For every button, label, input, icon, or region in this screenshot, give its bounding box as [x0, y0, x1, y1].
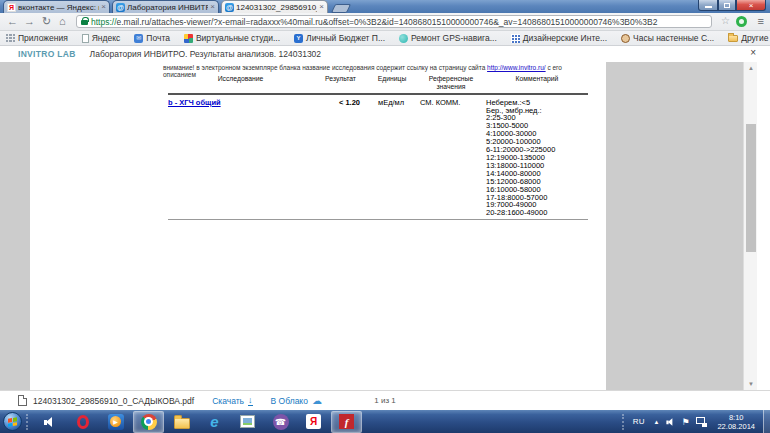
bookmark-star-icon[interactable]: ☆: [721, 15, 730, 26]
bookmark-yandex[interactable]: Яндекс: [82, 33, 121, 43]
tab-close-icon[interactable]: ×: [210, 3, 215, 11]
close-window-button[interactable]: ×: [736, 0, 766, 11]
bookmark-gps-repair[interactable]: Ремонт GPS-навига...: [399, 33, 497, 43]
header-units: Единицы: [368, 75, 416, 83]
back-icon[interactable]: ←: [7, 15, 18, 28]
taskbar-flash-button[interactable]: f: [331, 411, 362, 433]
taskbar-explorer-button[interactable]: [166, 411, 197, 433]
page-indicator: 1 из 1: [374, 396, 395, 405]
attachment-filename: 124031302_29856910_0_САДЫКОВА.pdf: [33, 396, 194, 406]
extension-icon[interactable]: [736, 16, 747, 27]
taskbar-yandex-button[interactable]: Я: [298, 411, 329, 433]
bookmark-label: Виртуальные студи...: [196, 33, 280, 43]
windows-flag-icon: [8, 417, 17, 426]
vertical-scrollbar[interactable]: ▲ ▼: [743, 62, 757, 390]
cloud-icon: ☁: [312, 396, 322, 406]
browser-tab-attachment-active[interactable]: @ 124031302_29856910_0_СА ×: [221, 0, 328, 13]
download-icon: ↓: [248, 396, 253, 406]
home-icon[interactable]: ⌂: [59, 15, 66, 28]
tab-close-icon[interactable]: ×: [101, 3, 106, 11]
download-button[interactable]: Скачать ↓: [212, 396, 252, 406]
language-indicator[interactable]: RU: [633, 417, 645, 426]
internet-explorer-icon: e: [210, 414, 218, 430]
mailru-favicon-icon: @: [225, 3, 234, 12]
bookmark-apps[interactable]: Приложения: [6, 33, 68, 43]
invitro-lab-brand: INVITRO LAB: [18, 49, 76, 59]
reload-icon[interactable]: ↻: [42, 15, 51, 28]
bookmark-label: Дизайнерские Инте...: [523, 33, 607, 43]
viewer-title: Лаборатория ИНВИТРО. Результаты анализов…: [90, 49, 321, 59]
media-player-icon: ▶: [108, 414, 124, 430]
scroll-down-icon[interactable]: ▼: [744, 378, 758, 390]
header-study: Исследование: [168, 75, 313, 83]
viewer-close-icon[interactable]: ×: [750, 47, 756, 58]
minimize-button[interactable]: [698, 0, 718, 11]
document-page: внимание! в электронном экземпляре бланк…: [30, 62, 606, 390]
cloud-label: В Облако: [271, 396, 308, 406]
action-center-flag-icon[interactable]: ⚑: [681, 417, 689, 427]
opera-icon: [77, 415, 89, 429]
results-table: Исследование Результат Единицы Референсн…: [168, 75, 588, 220]
show-desktop-button[interactable]: [763, 410, 770, 433]
new-tab-button[interactable]: [331, 4, 351, 13]
taskbar-opera-button[interactable]: [67, 411, 98, 433]
taskbar-volume-button[interactable]: [34, 411, 65, 433]
design-grid-icon: [511, 34, 520, 43]
reference-value: СМ. КОММ.: [416, 99, 486, 107]
apps-grid-icon: [6, 34, 15, 43]
table-header-row: Исследование Результат Единицы Референсн…: [168, 75, 588, 95]
scrollbar-thumb[interactable]: [746, 124, 756, 252]
taskbar-viber-button[interactable]: ☎: [265, 411, 296, 433]
file-icon: [18, 395, 27, 406]
start-button[interactable]: [3, 412, 22, 431]
tray-time: 8:10: [717, 413, 755, 422]
scroll-up-icon[interactable]: ▲: [744, 62, 758, 74]
bookmark-label: Почта: [146, 33, 170, 43]
bookmark-label: Ремонт GPS-навига...: [411, 33, 497, 43]
taskbar-chrome-button[interactable]: [133, 411, 164, 433]
tab-close-icon[interactable]: ×: [319, 3, 324, 11]
explorer-folder-icon: [174, 418, 190, 429]
clock-icon: [621, 34, 630, 43]
window-titlebar: Я вконтакте — Яндекс: наш × @ Лаборатори…: [0, 0, 770, 13]
taskbar-photo-viewer-button[interactable]: [232, 411, 263, 433]
bookmark-budget[interactable]: Y Личный Бюджет П...: [294, 33, 385, 43]
taskbar-internet-explorer-button[interactable]: e: [199, 411, 230, 433]
page-icon: [82, 34, 89, 43]
bookmark-label: Яндекс: [92, 33, 121, 43]
invitro-site-link[interactable]: http://www.invitro.ru/: [487, 64, 546, 71]
maximize-button[interactable]: [718, 0, 736, 11]
tray-clock[interactable]: 8:10 22.08.2014: [717, 413, 755, 431]
folder-icon: [728, 35, 738, 42]
network-icon[interactable]: [696, 417, 707, 427]
forward-icon[interactable]: →: [24, 15, 35, 28]
save-to-cloud-button[interactable]: В Облако ☁: [271, 396, 322, 406]
table-row: b - ХГЧ общий < 1.20 мЕд/мл СМ. КОММ. Не…: [168, 95, 588, 218]
other-bookmarks-button[interactable]: Другие закладки: [728, 33, 770, 43]
minimize-icon: [705, 6, 712, 8]
header-result: Результат: [313, 75, 368, 83]
bookmark-mail[interactable]: ✉ Почта: [134, 33, 170, 43]
tab-title: 124031302_29856910_0_СА: [236, 3, 317, 12]
document-area: внимание! в электронном экземпляре бланк…: [0, 62, 770, 390]
chrome-icon: [141, 414, 157, 430]
comment-values: Неберем.:<5 Бер., эмбр.нед.: 2:25-300 3:…: [486, 99, 588, 218]
taskbar-media-player-button[interactable]: ▶: [100, 411, 131, 433]
browser-tab-vkontakte[interactable]: Я вконтакте — Яндекс: наш ×: [3, 0, 110, 13]
address-bar[interactable]: https:// e.mail.ru/attaches-viewer/?x-em…: [76, 15, 712, 28]
chrome-menu-icon[interactable]: ≡: [758, 15, 764, 27]
other-bookmarks-label: Другие закладки: [741, 33, 770, 43]
budget-icon: Y: [294, 34, 303, 43]
study-name-link[interactable]: b - ХГЧ общий: [168, 99, 313, 107]
maximize-icon: [724, 3, 730, 8]
bookmark-wall-clocks[interactable]: Часы настенные С...: [621, 33, 714, 43]
tray-volume-icon[interactable]: [667, 417, 675, 426]
bookmark-virtual-studios[interactable]: Виртуальные студи...: [184, 33, 280, 43]
bookmark-design-interiors[interactable]: Дизайнерские Инте...: [511, 33, 607, 43]
photo-viewer-icon: [240, 415, 255, 428]
tray-grip: [622, 414, 628, 430]
tray-expand-icon[interactable]: ▲: [653, 419, 659, 425]
browser-tab-invitro[interactable]: @ Лаборатория ИНВИТРО. ×: [112, 0, 219, 13]
gps-icon: [399, 34, 408, 43]
table-bottom-rule: [168, 219, 588, 220]
